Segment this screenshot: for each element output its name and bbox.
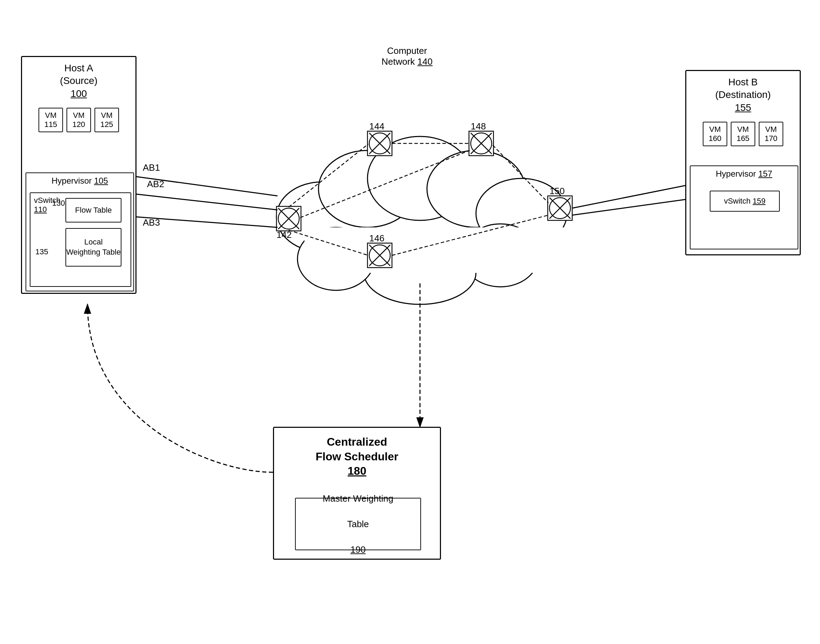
svg-point-3 (318, 150, 416, 227)
svg-point-22 (369, 245, 390, 266)
vswitch-a-ref: 110 (34, 205, 47, 214)
vm-row-b: VM 160 VM 165 VM 170 (686, 122, 800, 146)
svg-point-14 (278, 208, 299, 229)
hypervisor-b-label: Hypervisor 157 (691, 169, 798, 179)
svg-line-28 (550, 198, 570, 219)
vm-125: VM 125 (95, 108, 119, 132)
hypervisor-a-label: Hypervisor 105 (26, 176, 134, 186)
host-a-label: Host A (Source) 100 (22, 62, 135, 100)
switch-142 (276, 206, 301, 231)
svg-text:146: 146 (369, 233, 384, 244)
vm-170: VM 170 (759, 122, 783, 146)
flow-table-ref: 130 (52, 199, 65, 208)
local-weighting-box: Local Weighting Table (66, 228, 121, 267)
svg-line-20 (369, 245, 390, 266)
svg-line-24 (471, 133, 492, 154)
svg-rect-27 (548, 196, 572, 220)
svg-line-21 (369, 245, 390, 266)
host-b-label: Host B (Destination) 155 (686, 76, 800, 114)
vm-row-a: VM 115 VM 120 VM 125 (22, 108, 135, 132)
svg-line-38 (137, 194, 278, 210)
svg-point-5 (427, 150, 525, 227)
svg-point-6 (476, 178, 567, 248)
svg-text:AB2: AB2 (147, 179, 164, 189)
svg-point-7 (462, 224, 539, 287)
svg-line-40 (572, 186, 686, 208)
svg-text:142: 142 (276, 230, 292, 240)
svg-line-17 (369, 133, 390, 154)
svg-line-32 (289, 230, 368, 255)
svg-line-16 (369, 133, 390, 154)
svg-point-30 (550, 198, 570, 219)
vswitch-b-box: vSwitch 159 (710, 191, 780, 212)
svg-line-39 (137, 217, 278, 227)
svg-point-4 (367, 136, 473, 220)
svg-text:148: 148 (471, 121, 486, 132)
svg-point-8 (364, 241, 476, 304)
vm-165: VM 165 (731, 122, 755, 146)
svg-text:150: 150 (550, 186, 565, 196)
diagram: 142 144 146 148 150 AB1 AB2 AB3 Computer… (0, 0, 820, 644)
flow-table-box: Flow Table (66, 198, 121, 222)
master-weighting-box: Master Weighting Table 190 (295, 498, 421, 550)
svg-line-12 (278, 208, 299, 229)
svg-line-29 (550, 198, 570, 219)
switch-148 (469, 131, 493, 156)
svg-line-34 (493, 145, 548, 203)
svg-rect-11 (276, 206, 301, 231)
switch-146 (367, 243, 392, 268)
host-a-box: Host A (Source) 100 VM 115 VM 120 VM 125… (21, 56, 137, 294)
svg-rect-19 (367, 243, 392, 268)
cloud-network (276, 136, 567, 304)
svg-point-9 (298, 227, 375, 290)
vm-160: VM 160 (703, 122, 727, 146)
svg-line-36 (300, 150, 470, 218)
hypervisor-a-box: Hypervisor 105 vSwitch 110 130 Flow Tabl… (26, 172, 134, 291)
svg-text:AB3: AB3 (143, 217, 160, 228)
svg-line-41 (572, 199, 686, 215)
svg-text:144: 144 (369, 121, 384, 132)
local-weighting-ref: 135 (35, 247, 48, 256)
scheduler-box: Centralized Flow Scheduler 180 Master We… (273, 427, 441, 560)
network-label: Computer Network 140 (381, 46, 433, 67)
scheduler-label: Centralized Flow Scheduler 180 (274, 435, 440, 478)
svg-point-18 (369, 133, 390, 154)
vm-120: VM 120 (66, 108, 91, 132)
svg-line-25 (471, 133, 492, 154)
host-b-box: Host B (Destination) 155 VM 160 VM 165 V… (685, 70, 801, 255)
svg-text:AB1: AB1 (143, 162, 160, 173)
switch-150 (548, 196, 572, 220)
svg-point-2 (276, 182, 367, 252)
hypervisor-b-box: Hypervisor 157 vSwitch 159 (690, 166, 798, 249)
svg-rect-23 (469, 131, 493, 156)
vswitch-a-box: vSwitch 110 130 Flow Table 135 Local Wei… (30, 192, 131, 287)
svg-line-31 (289, 144, 368, 207)
svg-rect-15 (367, 131, 392, 156)
svg-line-37 (137, 177, 278, 196)
vm-115: VM 115 (38, 108, 63, 132)
svg-rect-10 (304, 227, 564, 273)
switch-144 (367, 131, 392, 156)
svg-line-13 (278, 208, 299, 229)
svg-point-26 (471, 133, 492, 154)
svg-line-35 (392, 215, 548, 255)
